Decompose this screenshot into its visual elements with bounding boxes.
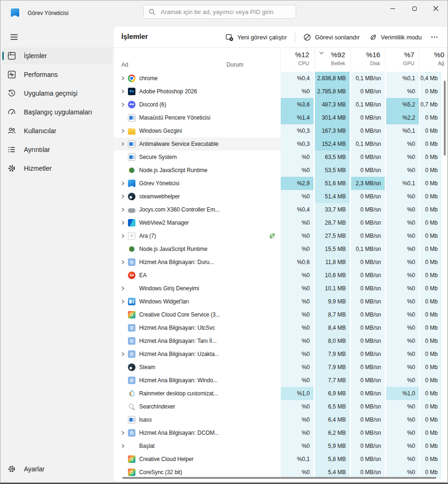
process-name: CoreSync (32 bit) <box>139 469 182 476</box>
gear-icon: ⚙ <box>128 350 135 358</box>
search-box[interactable] <box>143 5 296 19</box>
expand-chevron-icon[interactable] <box>120 233 126 239</box>
process-name-cell: Discord (6) <box>114 98 225 111</box>
process-row[interactable]: Discord (6)%3,6487,3 MB0,1 MB/sn%5,20,7 … <box>114 98 447 111</box>
network-cell: 0 Mb <box>420 282 441 295</box>
network-cell: 0 Mb <box>420 387 441 400</box>
steam-icon <box>128 193 135 200</box>
process-name: Jocys.com X360 Controller Em... <box>139 206 220 213</box>
process-status-cell <box>225 308 281 321</box>
expand-chevron-icon[interactable] <box>120 76 126 81</box>
process-row[interactable]: Windows Giriş Deneyimi%010,1 MB0 MB/sn%0… <box>114 282 447 295</box>
gpu-cell: %0 <box>386 374 419 387</box>
process-row[interactable]: PsAdobe Photoshop 2026%02.785,8 MB0 MB/s… <box>114 85 447 98</box>
network-cell: 0 Mb <box>420 374 441 387</box>
run-new-task-button[interactable]: Yeni görevi çalıştır <box>221 30 291 44</box>
maximize-button[interactable] <box>403 0 425 16</box>
process-row[interactable]: steamwebhelper%051,4 MB0 MB/sn%00 Mb <box>114 190 447 203</box>
disk-cell: 0 MB/sn <box>351 413 385 426</box>
process-row[interactable]: ⚙Hizmet Ana Bilgisayarı: DCOM...%06,2 MB… <box>114 426 447 439</box>
column-header-name[interactable]: Ad <box>114 48 225 72</box>
network-cell: 0 Mb <box>420 256 441 269</box>
expand-chevron-icon[interactable] <box>120 299 126 304</box>
process-name-cell: PsAdobe Photoshop 2026 <box>114 85 225 98</box>
expand-chevron-icon[interactable] <box>120 430 126 436</box>
sidebar-item-users[interactable]: Kullanıcılar <box>2 122 112 139</box>
steam-icon <box>128 363 135 371</box>
process-row[interactable]: ⚙Hizmet Ana Bilgisayarı: Uzakta...%07,9 … <box>114 348 447 361</box>
horizontal-scrollbar-thumb[interactable] <box>122 477 436 479</box>
sidebar-item-performance[interactable]: Performans <box>2 66 112 83</box>
expand-chevron-icon[interactable] <box>120 351 126 357</box>
process-row[interactable]: ⬢Node.js JavaScript Runtime%053,5 MB0 MB… <box>114 164 447 177</box>
process-row[interactable]: Antimalware Service Executable%0,3152,4 … <box>114 137 447 151</box>
sidebar-item-processes[interactable]: İşlemler <box>2 47 112 64</box>
expand-chevron-icon[interactable] <box>120 443 126 449</box>
more-options-button[interactable] <box>426 30 442 44</box>
efficiency-mode-button[interactable]: Verimlilik modu <box>365 30 426 44</box>
expand-chevron-icon[interactable] <box>120 207 126 212</box>
expand-chevron-icon[interactable] <box>120 220 126 226</box>
process-name: Hizmet Ana Bilgisayarı: Tanı İl... <box>139 338 217 344</box>
process-name-cell: Masaüstü Pencere Yöneticisi <box>114 111 225 124</box>
sidebar-item-details[interactable]: Ayrıntılar <box>2 141 112 158</box>
process-row[interactable]: Creative Cloud Helper%0,15,8 MB0 MB/sn%0… <box>114 453 447 466</box>
expand-chevron-icon[interactable] <box>120 259 126 265</box>
process-row[interactable]: ⚙Hizmet Ana Bilgisayarı: Duru...%0,611,8… <box>114 256 447 269</box>
expand-chevron-icon[interactable] <box>120 194 126 199</box>
column-header-network[interactable]: %0 Ağ <box>419 48 447 72</box>
sidebar-item-services[interactable]: Hizmetler <box>2 160 112 177</box>
column-header-status[interactable]: Durum <box>225 48 280 72</box>
minimize-button[interactable] <box>382 0 403 16</box>
process-name: Secure System <box>139 154 177 160</box>
expand-chevron-icon[interactable] <box>120 89 126 94</box>
close-button[interactable] <box>425 0 447 16</box>
process-row[interactable]: ×Ara (7)%027,5 MB0 MB/sn%00 Mb <box>114 229 447 242</box>
search-input[interactable] <box>160 8 291 16</box>
column-header-disk[interactable]: %16 Disk <box>351 48 384 72</box>
column-header-gpu[interactable]: %7 GPU <box>385 48 418 72</box>
process-row[interactable]: ⚙Hizmet Ana Bilgisayarı: Tanı İl...%08,0… <box>114 334 447 348</box>
expand-chevron-icon[interactable] <box>120 128 126 134</box>
process-row[interactable]: WebView2 Manager%028,7 MB0 MB/sn%00 Mb <box>114 216 447 229</box>
network-cell: 0 Mb <box>420 295 441 308</box>
process-row[interactable]: Jocys.com X360 Controller Em...%0,433,7 … <box>114 203 447 216</box>
process-row[interactable]: Başlat%05,9 MB0 MB/sn%00 Mb <box>114 439 447 453</box>
column-header-cpu[interactable]: %12 CPU <box>280 48 313 72</box>
memory-cell: 6,9 MB <box>315 387 350 400</box>
menu-toggle-button[interactable] <box>6 30 22 45</box>
process-status-cell <box>225 229 281 242</box>
process-row[interactable]: Steam%07,9 MB0 MB/sn%00 Mb <box>114 361 447 374</box>
process-row[interactable]: Görev Yöneticisi%2,951,6 MB2,3 MB/sn%0,1… <box>114 177 447 190</box>
gpu-cell: %0 <box>386 400 419 413</box>
sidebar-item-startup-apps[interactable]: Başlangıç uygulamaları <box>2 104 112 121</box>
vertical-scrollbar-thumb[interactable] <box>444 81 446 156</box>
sidebar-item-settings[interactable]: Ayarlar <box>2 461 112 477</box>
process-row[interactable]: ⚙Hizmet Ana Bilgisayarı: UtcSvc%08,4 MB0… <box>114 321 447 334</box>
process-row[interactable]: Rainmeter desktop customizat...%1,06,9 M… <box>114 387 447 400</box>
expand-chevron-icon[interactable] <box>120 286 126 291</box>
process-row[interactable]: ⬢Node.js JavaScript Runtime%015,5 MB0,1 … <box>114 242 447 256</box>
process-row[interactable]: ⚙Hizmet Ana Bilgisayarı: Windo...%07,7 M… <box>114 374 447 387</box>
expand-chevron-icon[interactable] <box>120 181 126 186</box>
expand-chevron-icon[interactable] <box>120 102 126 107</box>
disk-cell: 0 MB/sn <box>351 111 385 124</box>
expand-chevron-icon[interactable] <box>120 141 126 147</box>
process-row[interactable]: EAEA%010,6 MB0 MB/sn%00 Mb <box>114 269 447 282</box>
end-task-button[interactable]: Görevi sonlandır <box>299 30 364 44</box>
process-row[interactable]: chrome%0,42.836,8 MB0,1 MB/sn%0,10,4 Mb <box>114 72 447 85</box>
sidebar-item-app-history[interactable]: Uygulama geçmişi <box>2 85 112 102</box>
process-row[interactable]: Masaüstü Pencere Yöneticisi%1,4301,4 MB0… <box>114 111 447 124</box>
process-row[interactable]: SearchIndexer%06,5 MB0 MB/sn%00 Mb <box>114 400 447 413</box>
process-row[interactable]: Windows Gezgini%0,3167,3 MB0 MB/sn%0,10 … <box>114 124 447 137</box>
process-name-cell: SearchIndexer <box>114 400 225 413</box>
network-cell: 0 Mb <box>420 111 441 124</box>
sort-descending-icon <box>319 52 324 54</box>
process-row[interactable]: Windows Widget'ları%09,9 MB0 MB/sn%00 Mb <box>114 295 447 308</box>
process-status-cell <box>225 72 281 85</box>
process-name-cell: ⬢Node.js JavaScript Runtime <box>114 164 225 177</box>
process-row[interactable]: Secure System%063,5 MB0 MB/sn%00 Mb <box>114 151 447 164</box>
process-row[interactable]: Creative Cloud Core Service (3...%08,7 M… <box>114 308 447 321</box>
process-row[interactable]: lsass%06,4 MB0 MB/sn%00 Mb <box>114 413 447 426</box>
column-header-memory[interactable]: %92 Bellek <box>314 48 349 72</box>
